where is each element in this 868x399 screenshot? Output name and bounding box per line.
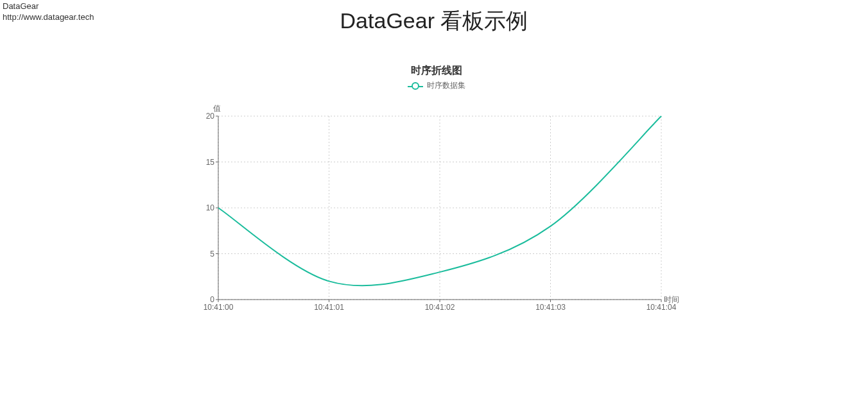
svg-text:5: 5 [210,249,214,258]
svg-text:20: 20 [206,112,215,121]
chart-title: 时序折线图 [193,64,681,78]
legend-swatch-icon [408,82,423,90]
svg-text:值: 值 [213,104,221,113]
svg-text:10:41:04: 10:41:04 [647,303,677,312]
svg-text:15: 15 [206,157,215,166]
legend-label: 时序数据集 [427,80,465,91]
chart-plot[interactable]: 0510152010:41:0010:41:0110:41:0210:41:03… [193,101,681,319]
svg-text:10:41:02: 10:41:02 [425,303,455,312]
svg-text:10:41:01: 10:41:01 [314,303,344,312]
svg-text:10:41:00: 10:41:00 [204,303,234,312]
legend-item[interactable]: 时序数据集 [408,80,465,91]
chart-legend[interactable]: 时序数据集 [193,80,681,92]
page-title: DataGear 看板示例 [0,6,868,36]
svg-text:时间: 时间 [664,295,679,304]
svg-text:10:41:03: 10:41:03 [535,303,566,312]
svg-text:10: 10 [206,203,215,212]
chart-container: 时序折线图 时序数据集 0510152010:41:0010:41:0110:4… [193,64,681,321]
